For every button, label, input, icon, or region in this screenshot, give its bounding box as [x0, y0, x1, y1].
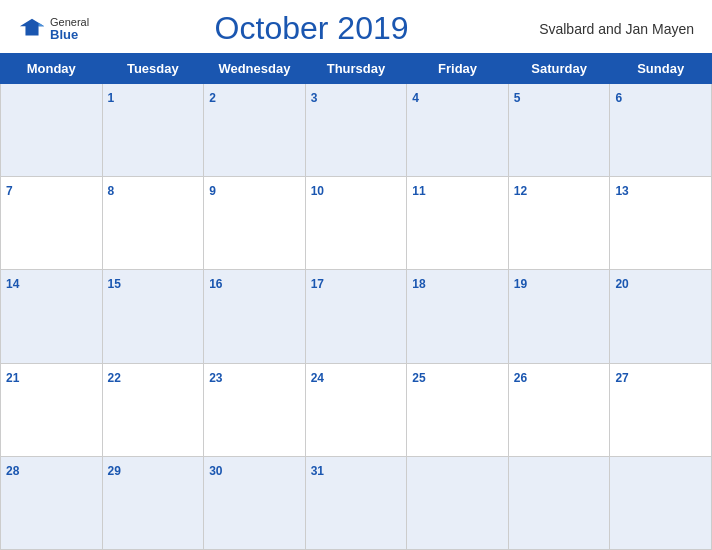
day-number: 26 — [514, 371, 527, 385]
calendar-cell: 11 — [407, 177, 509, 270]
day-number: 28 — [6, 464, 19, 478]
day-number: 16 — [209, 277, 222, 291]
col-monday: Monday — [1, 54, 103, 84]
day-number: 31 — [311, 464, 324, 478]
calendar-cell: 13 — [610, 177, 712, 270]
calendar-cell — [610, 456, 712, 549]
day-number: 10 — [311, 184, 324, 198]
logo-bird-icon — [18, 15, 46, 43]
day-number: 29 — [108, 464, 121, 478]
calendar-cell: 12 — [508, 177, 610, 270]
region-label: Svalbard and Jan Mayen — [534, 21, 694, 37]
day-number: 27 — [615, 371, 628, 385]
logo: General Blue — [18, 15, 89, 43]
svg-marker-0 — [20, 18, 44, 35]
col-saturday: Saturday — [508, 54, 610, 84]
calendar-cell: 29 — [102, 456, 204, 549]
calendar-wrapper: General Blue October 2019 Svalbard and J… — [0, 0, 712, 550]
calendar-cell: 8 — [102, 177, 204, 270]
calendar-cell: 27 — [610, 363, 712, 456]
day-number: 7 — [6, 184, 13, 198]
calendar-row-1: 123456 — [1, 84, 712, 177]
day-number: 30 — [209, 464, 222, 478]
calendar-cell: 14 — [1, 270, 103, 363]
calendar-row-4: 21222324252627 — [1, 363, 712, 456]
calendar-row-2: 78910111213 — [1, 177, 712, 270]
day-number: 17 — [311, 277, 324, 291]
month-title: October 2019 — [89, 10, 534, 47]
calendar-cell: 30 — [204, 456, 306, 549]
day-number: 8 — [108, 184, 115, 198]
calendar-cell: 19 — [508, 270, 610, 363]
calendar-cell — [508, 456, 610, 549]
day-number: 6 — [615, 91, 622, 105]
calendar-cell: 21 — [1, 363, 103, 456]
col-sunday: Sunday — [610, 54, 712, 84]
calendar-cell: 1 — [102, 84, 204, 177]
calendar-cell: 23 — [204, 363, 306, 456]
calendar-cell: 9 — [204, 177, 306, 270]
calendar-cell: 24 — [305, 363, 407, 456]
calendar-cell: 3 — [305, 84, 407, 177]
calendar-row-3: 14151617181920 — [1, 270, 712, 363]
day-number: 22 — [108, 371, 121, 385]
calendar-cell — [1, 84, 103, 177]
day-number: 20 — [615, 277, 628, 291]
day-number: 13 — [615, 184, 628, 198]
calendar-cell: 22 — [102, 363, 204, 456]
calendar-cell: 20 — [610, 270, 712, 363]
day-number: 1 — [108, 91, 115, 105]
day-number: 11 — [412, 184, 425, 198]
calendar-body: 1234567891011121314151617181920212223242… — [1, 84, 712, 550]
calendar-cell: 10 — [305, 177, 407, 270]
day-number: 3 — [311, 91, 318, 105]
day-number: 5 — [514, 91, 521, 105]
day-number: 14 — [6, 277, 19, 291]
day-number: 23 — [209, 371, 222, 385]
logo-general-text: General — [50, 17, 89, 28]
day-number: 18 — [412, 277, 425, 291]
calendar-cell: 15 — [102, 270, 204, 363]
day-number: 9 — [209, 184, 216, 198]
weekday-header-row: Monday Tuesday Wednesday Thursday Friday… — [1, 54, 712, 84]
calendar-header: General Blue October 2019 Svalbard and J… — [0, 0, 712, 53]
day-number: 21 — [6, 371, 19, 385]
calendar-cell: 18 — [407, 270, 509, 363]
calendar-cell: 25 — [407, 363, 509, 456]
calendar-cell: 17 — [305, 270, 407, 363]
calendar-cell: 5 — [508, 84, 610, 177]
calendar-table: Monday Tuesday Wednesday Thursday Friday… — [0, 53, 712, 550]
day-number: 25 — [412, 371, 425, 385]
calendar-cell: 16 — [204, 270, 306, 363]
day-number: 19 — [514, 277, 527, 291]
day-number: 24 — [311, 371, 324, 385]
calendar-cell — [407, 456, 509, 549]
calendar-cell: 4 — [407, 84, 509, 177]
calendar-cell: 6 — [610, 84, 712, 177]
col-wednesday: Wednesday — [204, 54, 306, 84]
calendar-cell: 7 — [1, 177, 103, 270]
logo-text: General Blue — [50, 17, 89, 41]
calendar-cell: 31 — [305, 456, 407, 549]
calendar-cell: 28 — [1, 456, 103, 549]
calendar-cell: 26 — [508, 363, 610, 456]
day-number: 15 — [108, 277, 121, 291]
col-tuesday: Tuesday — [102, 54, 204, 84]
col-friday: Friday — [407, 54, 509, 84]
logo-blue-text: Blue — [50, 28, 89, 41]
day-number: 4 — [412, 91, 419, 105]
day-number: 2 — [209, 91, 216, 105]
col-thursday: Thursday — [305, 54, 407, 84]
svg-marker-1 — [39, 22, 45, 26]
calendar-row-5: 28293031 — [1, 456, 712, 549]
day-number: 12 — [514, 184, 527, 198]
calendar-cell: 2 — [204, 84, 306, 177]
